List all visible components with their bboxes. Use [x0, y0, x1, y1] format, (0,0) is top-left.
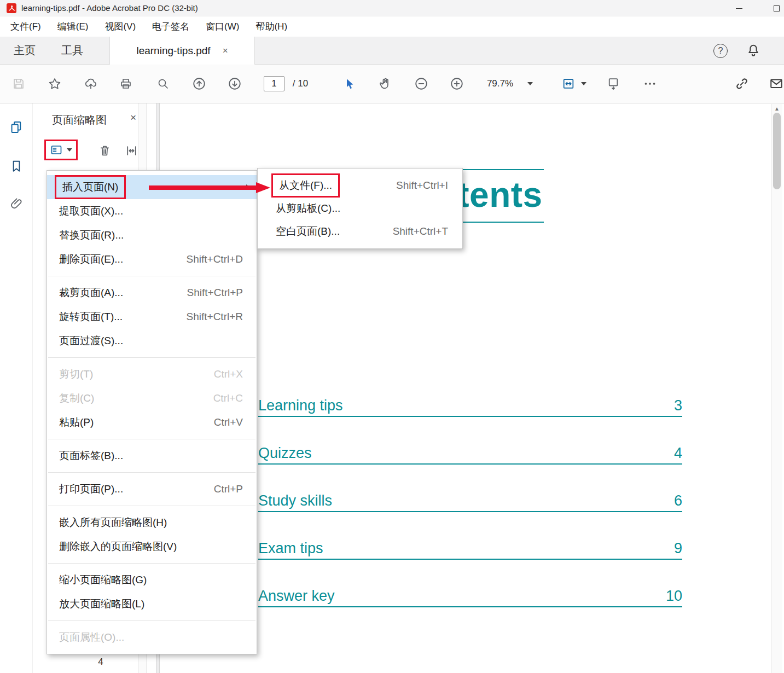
thumbnail-options-button[interactable]: [50, 143, 72, 156]
minimize-button[interactable]: [727, 0, 752, 16]
tab-home[interactable]: 主页: [0, 37, 49, 65]
notifications-button[interactable]: [746, 43, 760, 57]
tabbar: 主页 工具 learning-tips.pdf × ?: [0, 37, 784, 65]
context-menu: 插入页面(N)提取页面(X)...替换页面(R)...删除页面(E)...Shi…: [47, 170, 257, 654]
menu-item-label: 放大页面缩略图(L): [59, 597, 144, 611]
context-menu-item[interactable]: 裁剪页面(A)...Shift+Ctrl+P: [47, 281, 257, 305]
page-thumbnails-panel-button[interactable]: [9, 120, 24, 135]
toc-entry[interactable]: Quizzes4: [258, 417, 682, 465]
star-button[interactable]: [48, 77, 61, 90]
toc-entry[interactable]: Study skills6: [258, 465, 682, 512]
zoom-dropdown-caret-icon[interactable]: [527, 82, 533, 85]
share-link-button[interactable]: [735, 77, 749, 91]
menu-item-shortcut: Ctrl+X: [214, 368, 243, 380]
context-menu-item[interactable]: 旋转页面(T)...Shift+Ctrl+R: [47, 305, 257, 329]
zoom-out-button[interactable]: [414, 77, 428, 91]
tab-document-label: learning-tips.pdf: [136, 45, 210, 57]
options-list-icon: [50, 143, 63, 156]
menu-item-shortcut: Ctrl+V: [214, 416, 243, 428]
menu-item-label: 替换页面(R)...: [59, 228, 124, 242]
context-menu-item[interactable]: 删除页面(E)...Shift+Ctrl+D: [47, 247, 257, 271]
panel-title: 页面缩略图: [52, 113, 107, 127]
page-total-label: / 10: [293, 78, 308, 89]
search-button[interactable]: [156, 77, 170, 90]
context-menu-item[interactable]: 打印页面(P)...Ctrl+P: [47, 477, 257, 501]
bell-icon: [746, 43, 760, 57]
menu-item-shortcut: Ctrl+P: [214, 483, 243, 495]
panel-close-icon[interactable]: ×: [130, 112, 136, 124]
help-button[interactable]: ?: [713, 44, 728, 58]
menu-item-label: 提取页面(X)...: [59, 204, 123, 218]
toc-entry-label: Study skills: [258, 492, 332, 509]
context-menu-item[interactable]: 页面标签(B)...: [47, 444, 257, 468]
toc-entry-label: Quizzes: [258, 445, 312, 462]
context-menu-item[interactable]: 页面过渡(S)...: [47, 329, 257, 353]
context-menu-item[interactable]: 插入页面(N): [47, 175, 257, 199]
toc-entry[interactable]: Answer key10: [258, 560, 682, 607]
menu-item-label: 页面过渡(S)...: [59, 334, 123, 348]
menubar-item[interactable]: 帮助(H): [247, 16, 295, 37]
menu-separator: [48, 563, 255, 564]
toc-entry[interactable]: Exam tips9: [258, 512, 682, 560]
window-title: learning-tips.pdf - Adobe Acrobat Pro DC…: [21, 3, 198, 13]
page-number-input[interactable]: [264, 76, 284, 91]
delete-pages-button[interactable]: [98, 144, 112, 158]
maximize-button[interactable]: [764, 0, 784, 16]
email-button[interactable]: [769, 77, 783, 91]
save-button[interactable]: [12, 77, 25, 90]
zoom-in-button[interactable]: [450, 77, 464, 91]
scrollbar-thumb[interactable]: [773, 113, 781, 189]
more-tools-button[interactable]: [643, 77, 657, 91]
fit-dropdown-caret-icon[interactable]: [581, 82, 586, 85]
document-scrollbar[interactable]: ▲: [771, 104, 782, 673]
tab-tools[interactable]: 工具: [50, 37, 94, 65]
menubar-item[interactable]: 窗口(W): [198, 16, 247, 37]
submenu-item-label: 从文件(F)...: [275, 177, 336, 194]
submenu-item[interactable]: 空白页面(B)...Shift+Ctrl+T: [258, 220, 462, 243]
context-menu-item[interactable]: 提取页面(X)...: [47, 199, 257, 223]
scrollbar-up-icon[interactable]: ▲: [771, 104, 782, 112]
scrolling-mode-button[interactable]: [607, 77, 620, 91]
toc-entry[interactable]: Learning tips3: [258, 369, 682, 417]
maximize-icon: [774, 5, 780, 11]
resize-pages-button[interactable]: [125, 144, 138, 158]
bookmarks-panel-button[interactable]: [9, 159, 24, 173]
context-menu-item[interactable]: 替换页面(R)...: [47, 223, 257, 247]
context-menu-item[interactable]: 粘贴(P)Ctrl+V: [47, 410, 257, 434]
tab-close-icon[interactable]: ×: [223, 45, 228, 56]
next-page-button[interactable]: [228, 77, 242, 91]
menu-separator: [48, 357, 255, 358]
submenu-item[interactable]: 从剪贴板(C)...: [258, 197, 462, 220]
context-menu-item[interactable]: 缩小页面缩略图(G): [47, 568, 257, 592]
toc-entry-label: Learning tips: [258, 397, 343, 414]
fit-width-button[interactable]: [562, 77, 576, 91]
menubar-item[interactable]: 视图(V): [96, 16, 144, 37]
menubar-item[interactable]: 编辑(E): [49, 16, 97, 37]
submenu-arrow-icon: [246, 184, 250, 190]
context-menu-item[interactable]: 放大页面缩略图(L): [47, 592, 257, 616]
toc-entry-label: Answer key: [258, 588, 335, 605]
context-menu-item[interactable]: 删除嵌入的页面缩略图(V): [47, 535, 257, 559]
menubar-item[interactable]: 电子签名: [144, 16, 198, 37]
menu-item-label: 裁剪页面(A)...: [59, 286, 123, 300]
tab-document[interactable]: learning-tips.pdf ×: [109, 37, 255, 65]
attachments-panel-button[interactable]: [9, 196, 24, 211]
page-width-icon: [125, 144, 138, 158]
select-tool-button[interactable]: [343, 77, 356, 90]
menu-separator: [48, 472, 255, 473]
navigation-rail: [0, 103, 33, 673]
zoom-level-value[interactable]: 79.7%: [487, 78, 513, 89]
submenu-item[interactable]: 从文件(F)...Shift+Ctrl+I: [258, 174, 462, 197]
menu-item-shortcut: Shift+Ctrl+R: [187, 311, 243, 323]
print-button[interactable]: [119, 77, 132, 90]
menu-item-label: 页面标签(B)...: [59, 449, 123, 463]
hand-tool-button[interactable]: [379, 77, 392, 91]
menu-item-label: 粘贴(P): [59, 415, 94, 430]
context-menu-item: 复制(C)Ctrl+C: [47, 386, 257, 410]
menubar-item[interactable]: 文件(F): [2, 16, 49, 37]
toc-list: Learning tips3Quizzes4Study skills6Exam …: [258, 369, 682, 607]
cloud-upload-button[interactable]: [84, 77, 98, 91]
previous-page-button[interactable]: [192, 77, 206, 91]
menu-separator: [48, 620, 255, 621]
context-menu-item[interactable]: 嵌入所有页面缩略图(H): [47, 510, 257, 535]
